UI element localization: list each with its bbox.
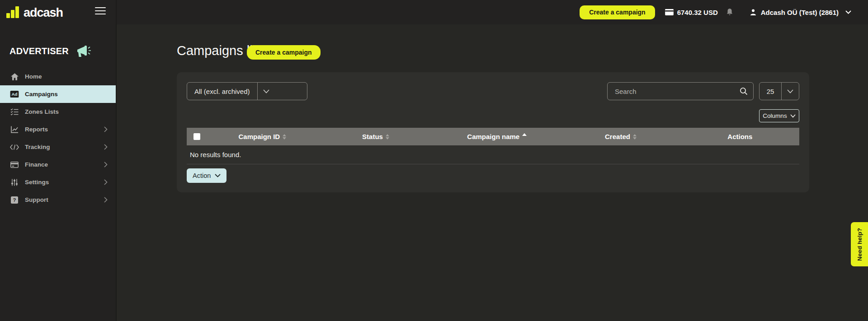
- sort-icon: [633, 134, 637, 140]
- sidebar-item-label: Finance: [25, 161, 48, 168]
- sidebar-item-label: Settings: [25, 179, 49, 186]
- chevron-right-icon: [104, 179, 108, 185]
- create-campaign-button-topbar[interactable]: Create a campaign: [580, 5, 655, 19]
- action-button[interactable]: Action: [187, 168, 226, 183]
- sidebar-item-label: Support: [25, 196, 48, 203]
- top-bar: Create a campaign 6740.32 USD Adcash OÜ …: [0, 0, 868, 24]
- adcash-logo-bars-icon: [6, 6, 20, 18]
- user-icon: [750, 9, 757, 16]
- credit-card-icon: [10, 162, 19, 168]
- chevron-down-icon: [781, 83, 799, 100]
- account-name: Adcash OÜ (Test) (2861): [761, 9, 839, 16]
- balance-amount: 6740.32 USD: [677, 9, 718, 16]
- action-button-label: Action: [193, 172, 211, 179]
- column-header-label: Status: [362, 133, 383, 140]
- need-help-tab[interactable]: Need help?: [851, 222, 868, 266]
- column-header-label: Campaign ID: [238, 133, 280, 140]
- notifications-bell-icon[interactable]: [726, 8, 733, 16]
- column-header-label: Created: [605, 133, 630, 140]
- chevron-right-icon: [104, 126, 108, 132]
- column-header-campaign-name[interactable]: Campaign name: [433, 133, 561, 140]
- portal-label-row: ADVERTISER: [0, 44, 116, 58]
- home-icon: [10, 73, 19, 80]
- table-footer-divider: [187, 164, 799, 164]
- need-help-label: Need help?: [856, 228, 863, 261]
- sidebar-item-campaigns[interactable]: AdCampaigns: [0, 85, 116, 103]
- chevron-down-icon: [215, 174, 221, 177]
- create-campaign-button[interactable]: Create a campaign: [247, 45, 321, 60]
- sidebar-item-tracking[interactable]: Tracking: [0, 138, 116, 156]
- sidebar-menu: HomeAdCampaignsZones ListsReportsTrackin…: [0, 68, 116, 209]
- question-icon: ?: [10, 196, 19, 204]
- empty-state-message: No results found.: [187, 145, 799, 164]
- sliders-icon: [10, 179, 19, 186]
- search-box: [607, 82, 754, 100]
- select-all-checkbox[interactable]: [193, 133, 200, 140]
- sidebar-item-label: Zones Lists: [25, 108, 59, 115]
- sort-icon: [283, 134, 286, 140]
- sidebar-item-home[interactable]: Home: [0, 68, 116, 85]
- adcash-logo[interactable]: adcash: [6, 6, 63, 18]
- campaigns-panel: All (excl. archived) 25: [177, 72, 809, 192]
- sidebar-item-zones-lists[interactable]: Zones Lists: [0, 103, 116, 121]
- sidebar-item-support[interactable]: ?Support: [0, 191, 116, 209]
- ad-icon: Ad: [10, 91, 19, 98]
- sidebar-item-settings[interactable]: Settings: [0, 173, 116, 191]
- chevron-down-icon: [790, 114, 796, 118]
- page-size-select[interactable]: 25: [759, 82, 799, 100]
- chart-icon: [10, 126, 19, 133]
- status-filter-value: All (excl. archived): [187, 83, 257, 100]
- logo-text: adcash: [24, 7, 63, 19]
- svg-text:?: ?: [13, 197, 16, 203]
- sidebar: adcash ADVERTISER HomeAdCampaig: [0, 0, 117, 321]
- column-header-campaign-id[interactable]: Campaign ID: [207, 133, 318, 140]
- sort-icon: [386, 134, 389, 140]
- account-balance[interactable]: 6740.32 USD: [665, 9, 718, 16]
- list-check-icon: [10, 108, 19, 116]
- sidebar-item-label: Campaigns: [25, 91, 58, 98]
- search-input[interactable]: [615, 88, 740, 95]
- chevron-right-icon: [104, 162, 108, 167]
- code-icon: [10, 144, 19, 150]
- svg-text:Ad: Ad: [11, 92, 17, 97]
- sidebar-item-label: Reports: [25, 126, 48, 133]
- column-header-status[interactable]: Status: [318, 133, 434, 140]
- hamburger-menu-icon[interactable]: [95, 7, 106, 14]
- chevron-down-icon: [257, 83, 275, 100]
- wallet-icon: [665, 9, 674, 15]
- column-header-created[interactable]: Created: [561, 133, 681, 140]
- search-icon[interactable]: [740, 87, 748, 95]
- column-header-label: Actions: [727, 133, 752, 140]
- account-menu[interactable]: Adcash OÜ (Test) (2861): [750, 9, 851, 16]
- column-header-label: Campaign name: [467, 133, 519, 140]
- sidebar-item-finance[interactable]: Finance: [0, 156, 116, 173]
- chevron-right-icon: [104, 144, 108, 150]
- page-size-value: 25: [760, 83, 781, 100]
- column-header-actions: Actions: [681, 133, 799, 140]
- status-filter-select[interactable]: All (excl. archived): [187, 82, 307, 100]
- sort-ascending-icon: [522, 133, 527, 136]
- megaphone-icon: [74, 44, 92, 58]
- chevron-right-icon: [104, 197, 108, 203]
- sidebar-item-reports[interactable]: Reports: [0, 121, 116, 138]
- sidebar-item-label: Tracking: [25, 144, 50, 150]
- sidebar-item-label: Home: [25, 73, 42, 80]
- chevron-down-icon: [845, 10, 851, 14]
- portal-label: ADVERTISER: [9, 46, 69, 56]
- app-window: Create a campaign 6740.32 USD Adcash OÜ …: [0, 0, 868, 321]
- table-header-row: Campaign IDStatusCampaign nameCreatedAct…: [187, 128, 799, 145]
- columns-button-label: Columns: [763, 112, 787, 119]
- columns-button[interactable]: Columns: [759, 109, 799, 122]
